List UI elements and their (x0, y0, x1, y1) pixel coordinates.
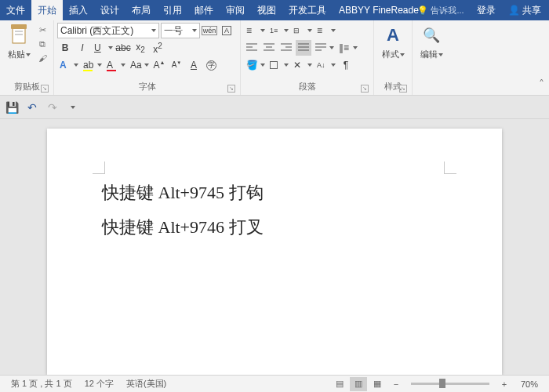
bucket-icon: 🪣 (246, 60, 258, 71)
show-marks-button[interactable]: ¶ (338, 57, 354, 73)
font-size-combo[interactable]: 一号 (161, 23, 200, 38)
shrink-font-button[interactable]: A▼ (169, 57, 184, 73)
minus-icon: − (394, 379, 398, 389)
highlight-button[interactable]: ab (81, 57, 103, 73)
qat-customize-button[interactable] (66, 106, 80, 109)
tab-abbyy[interactable]: ABBYY FineReade (333, 1, 425, 20)
tab-mailings[interactable]: 邮件 (188, 0, 220, 21)
page: 快捷键 Alt+9745 打钩 快捷键 Alt+9746 打叉 (47, 129, 502, 375)
paste-button[interactable]: 粘贴 (3, 22, 35, 62)
justify-button[interactable] (296, 40, 311, 56)
font-dialog-launcher[interactable]: ↘ (227, 85, 235, 93)
change-case-button[interactable]: Aa (128, 57, 150, 73)
bullets-button[interactable]: ≡ (244, 23, 266, 38)
language-indicator[interactable]: 英语(美国) (120, 378, 173, 390)
subscript-icon: x2 (136, 42, 145, 54)
align-left-button[interactable] (244, 40, 260, 56)
asian-layout-button[interactable]: ✕ (291, 57, 313, 73)
strikethrough-button[interactable]: abc (115, 40, 131, 56)
tab-references[interactable]: 引用 (157, 0, 188, 21)
highlight-icon: ab (83, 60, 93, 71)
superscript-button[interactable]: x2 (150, 40, 165, 56)
tab-layout[interactable]: 布局 (125, 0, 157, 21)
text-effects-button[interactable]: A (57, 57, 79, 73)
bold-button[interactable]: B (57, 40, 73, 56)
border-a-icon: A (222, 26, 231, 35)
login-button[interactable]: 登录 (472, 2, 500, 20)
chevron-down-icon (400, 53, 405, 56)
character-border-button[interactable]: A (219, 23, 235, 38)
editing-button[interactable]: 🔍 编辑 (416, 22, 447, 62)
borders-button[interactable] (267, 57, 289, 73)
sort-button[interactable]: A↓ (314, 57, 336, 73)
zoom-out-button[interactable]: − (387, 377, 405, 391)
italic-icon: I (81, 42, 83, 53)
zoom-slider[interactable] (411, 383, 489, 385)
copy-button[interactable]: ⧉ (36, 38, 49, 50)
chevron-down-icon (26, 53, 31, 56)
paragraph-text[interactable]: 快捷键 Alt+9746 打叉 (102, 210, 447, 245)
phonetic-guide-button[interactable]: wén (202, 23, 217, 38)
collapse-ribbon-button[interactable]: ˄ (539, 78, 544, 90)
enclose-characters-button[interactable]: 字 (203, 57, 219, 73)
underline-button[interactable]: U (92, 40, 114, 56)
tell-me-search[interactable]: 💡 告诉我... (413, 2, 468, 19)
redo-button[interactable]: ↷ (45, 101, 60, 114)
font-name-combo[interactable]: Calibri (西文正文) (57, 23, 159, 38)
increase-indent-button[interactable]: ‖≡ (336, 40, 358, 56)
numbering-icon: 1≡ (270, 27, 278, 34)
cut-button[interactable]: ✂ (36, 24, 49, 36)
tab-review[interactable]: 审阅 (220, 0, 251, 21)
subscript-button[interactable]: x2 (133, 40, 148, 56)
styles-dialog-launcher[interactable]: ↘ (399, 85, 407, 93)
chevron-down-icon (260, 29, 265, 32)
distribute-button[interactable] (313, 40, 335, 56)
word-count[interactable]: 12 个字 (78, 378, 120, 390)
align-center-button[interactable] (261, 40, 277, 56)
tab-developer[interactable]: 开发工具 (282, 0, 333, 21)
slider-thumb[interactable] (439, 379, 445, 388)
page-indicator[interactable]: 第 1 页 , 共 1 页 (5, 378, 78, 390)
scissors-icon: ✂ (39, 25, 46, 35)
decrease-indent-button[interactable]: ≡ (314, 23, 336, 38)
svg-rect-3 (15, 34, 23, 35)
plus-icon: + (502, 379, 507, 389)
italic-button[interactable]: I (75, 40, 90, 56)
find-icon: 🔍 (420, 24, 442, 47)
grow-font-icon: A▲ (154, 60, 165, 71)
tab-insert[interactable]: 插入 (63, 0, 94, 21)
undo-button[interactable]: ↶ (25, 101, 39, 114)
numbering-button[interactable]: 1≡ (267, 23, 289, 38)
chevron-down-icon (97, 64, 102, 67)
justify-icon (298, 43, 309, 53)
zoom-level[interactable]: 70% (514, 379, 544, 389)
tab-view[interactable]: 视图 (251, 0, 282, 21)
tab-file[interactable]: 文件 (0, 0, 31, 21)
align-right-button[interactable] (278, 40, 294, 56)
share-button[interactable]: 👤 共享 (504, 2, 546, 20)
web-layout-button[interactable]: ▦ (369, 377, 386, 391)
chevron-down-icon (151, 29, 156, 32)
font-color-button[interactable]: A (104, 57, 126, 73)
bold-icon: B (62, 42, 69, 53)
save-button[interactable]: 💾 (5, 101, 19, 114)
print-layout-button[interactable]: ▥ (350, 377, 367, 391)
zoom-in-button[interactable]: + (496, 377, 513, 391)
clipboard-dialog-launcher[interactable]: ↘ (41, 85, 49, 93)
chevron-down-icon (307, 29, 312, 32)
chevron-down-icon (192, 29, 197, 32)
styles-button[interactable]: A 样式 (377, 22, 409, 62)
paragraph-text[interactable]: 快捷键 Alt+9745 打钩 (102, 176, 447, 210)
tab-design[interactable]: 设计 (94, 0, 125, 21)
paragraph-dialog-launcher[interactable]: ↘ (361, 85, 369, 93)
multilevel-list-button[interactable]: ⊟ (291, 23, 313, 38)
chevron-down-icon (331, 64, 336, 67)
clear-formatting-button[interactable]: A (186, 57, 202, 73)
shading-button[interactable]: 🪣 (244, 57, 266, 73)
bullets-icon: ≡ (246, 25, 252, 36)
tab-home[interactable]: 开始 (31, 0, 63, 21)
format-painter-button[interactable]: 🖌 (36, 52, 49, 64)
read-mode-button[interactable]: ▤ (331, 377, 348, 391)
grow-font-button[interactable]: A▲ (151, 57, 167, 73)
document-area[interactable]: ↖ 快捷键 Alt+9745 打钩 快捷键 Alt+9746 打叉 (0, 119, 549, 375)
